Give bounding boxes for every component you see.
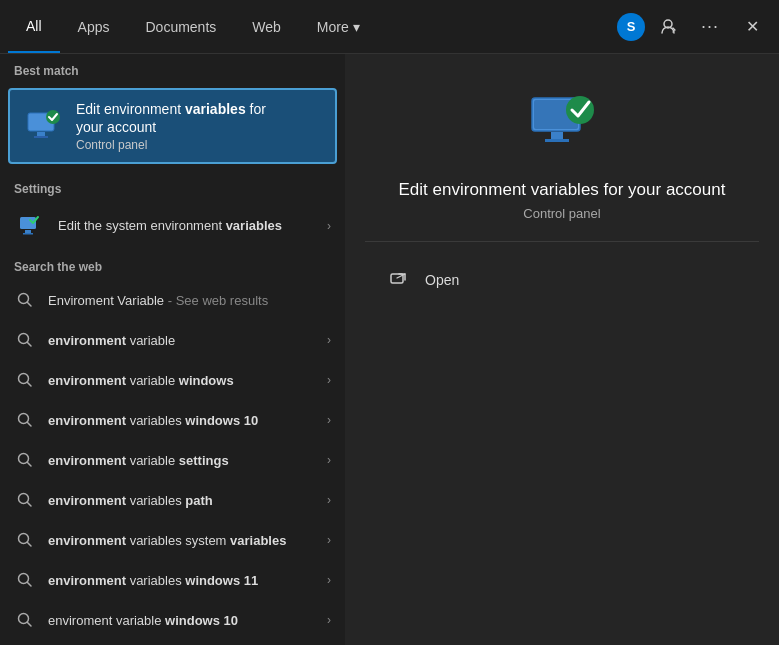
top-nav: All Apps Documents Web More ▾ S ··· ✕ — [0, 0, 779, 54]
svg-rect-28 — [551, 132, 563, 139]
close-button[interactable]: ✕ — [733, 8, 771, 46]
right-panel: Edit environment variables for your acco… — [345, 54, 779, 645]
feedback-button[interactable] — [649, 8, 687, 46]
web-item-0[interactable]: Enviroment Variable - See web results — [0, 280, 345, 320]
open-label: Open — [425, 272, 459, 288]
search-icon-6 — [14, 529, 36, 551]
web-search-label: Search the web — [0, 250, 345, 280]
tab-web[interactable]: Web — [234, 0, 299, 53]
tab-documents[interactable]: Documents — [127, 0, 234, 53]
web-item-7-chevron: › — [327, 573, 331, 587]
svg-line-14 — [28, 423, 32, 427]
settings-item-text: Edit the system environment variables — [58, 218, 327, 235]
right-app-icon — [522, 84, 602, 164]
tab-more[interactable]: More ▾ — [299, 0, 378, 53]
best-match-app-icon — [22, 105, 64, 147]
settings-item-icon — [14, 210, 46, 242]
svg-line-24 — [28, 623, 32, 627]
svg-line-12 — [28, 383, 32, 387]
web-item-7[interactable]: environment variables windows 11 › — [0, 560, 345, 600]
right-app-title: Edit environment variables for your acco… — [399, 180, 726, 200]
open-action[interactable]: Open — [375, 258, 749, 302]
left-panel: Best match Edit environment variables fo… — [0, 54, 345, 645]
svg-line-8 — [28, 303, 32, 307]
svg-line-22 — [28, 583, 32, 587]
web-item-3-text: environment variables windows 10 — [48, 413, 327, 428]
user-avatar[interactable]: S — [617, 13, 645, 41]
best-match-item[interactable]: Edit environment variables foryour accou… — [8, 88, 337, 164]
web-item-8[interactable]: enviroment variable windows 10 › — [0, 600, 345, 640]
search-icon-2 — [14, 369, 36, 391]
web-item-5-text: environment variables path — [48, 493, 327, 508]
search-icon-5 — [14, 489, 36, 511]
web-item-6-text: environment variables system variables — [48, 533, 327, 548]
svg-rect-29 — [545, 139, 569, 142]
open-icon — [385, 266, 413, 294]
web-item-2[interactable]: environment variable windows › — [0, 360, 345, 400]
web-item-3-chevron: › — [327, 413, 331, 427]
main-layout: Best match Edit environment variables fo… — [0, 54, 779, 645]
right-divider — [365, 241, 759, 242]
search-icon-1 — [14, 329, 36, 351]
web-item-3[interactable]: environment variables windows 10 › — [0, 400, 345, 440]
search-icon-8 — [14, 609, 36, 631]
best-match-subtitle: Control panel — [76, 138, 323, 152]
search-icon-4 — [14, 449, 36, 471]
svg-line-18 — [28, 503, 32, 507]
web-item-6-chevron: › — [327, 533, 331, 547]
search-icon-0 — [14, 289, 36, 311]
svg-point-30 — [566, 96, 594, 124]
web-item-6[interactable]: environment variables system variables › — [0, 520, 345, 560]
settings-label: Settings — [0, 172, 345, 202]
best-match-label: Best match — [0, 54, 345, 84]
settings-item[interactable]: Edit the system environment variables › — [0, 202, 345, 250]
svg-rect-5 — [25, 230, 31, 233]
web-item-2-chevron: › — [327, 373, 331, 387]
search-icon-7 — [14, 569, 36, 591]
web-item-5[interactable]: environment variables path › — [0, 480, 345, 520]
tab-apps[interactable]: Apps — [60, 0, 128, 53]
svg-line-10 — [28, 343, 32, 347]
best-match-title: Edit environment variables foryour accou… — [76, 100, 323, 136]
web-item-5-chevron: › — [327, 493, 331, 507]
best-match-text: Edit environment variables foryour accou… — [76, 100, 323, 152]
more-options-button[interactable]: ··· — [691, 8, 729, 46]
web-item-1-chevron: › — [327, 333, 331, 347]
web-item-8-text: enviroment variable windows 10 — [48, 613, 327, 628]
right-app-subtitle: Control panel — [523, 206, 600, 221]
web-item-8-chevron: › — [327, 613, 331, 627]
svg-line-16 — [28, 463, 32, 467]
right-actions: Open — [365, 258, 759, 302]
svg-rect-6 — [23, 233, 33, 235]
web-item-0-text: Enviroment Variable - See web results — [48, 293, 331, 308]
web-item-4-chevron: › — [327, 453, 331, 467]
nav-actions: S ··· ✕ — [617, 8, 771, 46]
web-item-1[interactable]: environment variable › — [0, 320, 345, 360]
svg-line-20 — [28, 543, 32, 547]
web-item-1-text: environment variable — [48, 333, 327, 348]
tab-all[interactable]: All — [8, 0, 60, 53]
svg-rect-1 — [37, 132, 45, 136]
search-icon-3 — [14, 409, 36, 431]
web-item-2-text: environment variable windows — [48, 373, 327, 388]
web-item-4[interactable]: environment variable settings › — [0, 440, 345, 480]
web-item-7-text: environment variables windows 11 — [48, 573, 327, 588]
svg-rect-2 — [34, 136, 48, 138]
web-item-4-text: environment variable settings — [48, 453, 327, 468]
settings-item-chevron: › — [327, 219, 331, 233]
